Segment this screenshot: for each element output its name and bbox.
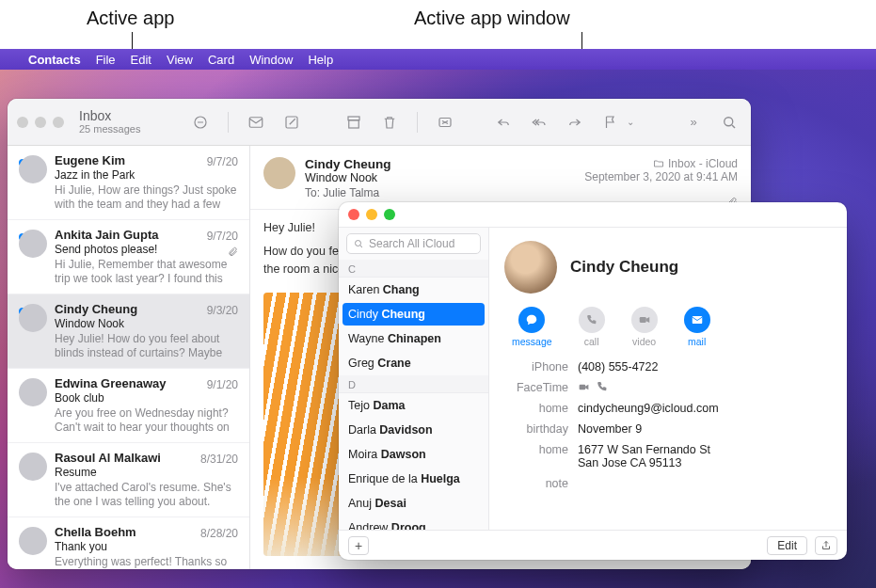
reply-icon[interactable] — [491, 111, 516, 134]
sender-avatar — [263, 157, 295, 189]
to-label: To: — [305, 186, 320, 199]
trash-icon[interactable] — [377, 111, 402, 134]
video-icon — [631, 307, 658, 333]
svg-rect-9 — [692, 316, 702, 324]
phone-icon — [579, 307, 605, 333]
menubar-app-name[interactable]: Contacts — [28, 53, 81, 67]
field-label: note — [504, 477, 568, 490]
message-subject: Jazz in the Park — [55, 168, 238, 182]
contacts-titlebar[interactable] — [339, 202, 847, 227]
junk-icon[interactable] — [433, 111, 457, 134]
contact-list-item[interactable]: Andrew Droog — [339, 516, 488, 530]
message-subject: Window Nook — [55, 317, 238, 330]
compose-icon[interactable] — [279, 111, 304, 134]
message-subject: Resume — [55, 466, 238, 479]
action-call[interactable]: call — [579, 307, 605, 347]
message-preview: Hi Julie, How are things? Just spoke wit… — [55, 183, 238, 212]
contact-list-item[interactable]: Wayne Chinapen — [339, 326, 488, 351]
contact-list-item[interactable]: Tejo Dama — [339, 393, 488, 418]
message-subject: Book club — [55, 391, 238, 405]
action-message[interactable]: message — [512, 307, 552, 347]
message-date: 9/7/20 — [207, 230, 238, 243]
minimize-button[interactable] — [366, 209, 377, 220]
search-input[interactable]: Search All iCloud — [346, 233, 481, 254]
message-preview: Hey Julie! How do you feel about blinds … — [55, 332, 238, 360]
facetime-icons[interactable] — [578, 381, 608, 394]
sender-avatar — [19, 527, 47, 555]
contact-field-row: FaceTime — [504, 377, 832, 398]
contact-list-item[interactable]: Darla Davidson — [339, 418, 488, 442]
add-contact-button[interactable]: + — [348, 536, 369, 555]
zoom-button[interactable] — [53, 117, 64, 128]
contact-field-row: note — [504, 473, 832, 494]
contact-list-item[interactable]: Karen Chang — [339, 278, 488, 302]
menu-help[interactable]: Help — [308, 53, 333, 67]
filter-icon[interactable] — [188, 111, 213, 134]
contact-list-item[interactable]: Anuj Desai — [339, 491, 488, 516]
mail-subtitle: 25 messages — [79, 123, 140, 135]
message-list[interactable]: Eugene Kim9/7/20Jazz in the ParkHi Julie… — [8, 146, 250, 569]
mail-title: Inbox — [79, 109, 140, 123]
callout-active-app: Active app — [87, 8, 174, 29]
menu-file[interactable]: File — [96, 53, 116, 67]
contact-list-item[interactable]: Enrique de la Huelga — [339, 467, 488, 491]
sender-avatar — [19, 304, 47, 332]
field-label: iPhone — [504, 360, 568, 373]
zoom-button[interactable] — [384, 209, 395, 220]
group-header: D — [339, 375, 488, 393]
message-list-item[interactable]: Cindy Cheung9/3/20Window NookHey Julie! … — [8, 294, 249, 369]
archive-icon[interactable] — [342, 111, 366, 134]
message-list-item[interactable]: Ankita Jain Gupta9/7/20Send photos pleas… — [8, 220, 249, 294]
contact-list-item[interactable]: Cindy Cheung — [342, 303, 485, 326]
message-list-item[interactable]: Eugene Kim9/7/20Jazz in the ParkHi Julie… — [8, 146, 249, 220]
action-video[interactable]: video — [631, 307, 658, 347]
message-subject: Send photos please! — [55, 243, 238, 256]
to-value: Julie Talma — [323, 186, 379, 199]
svg-point-6 — [725, 117, 733, 125]
contacts-list-pane: Search All iCloud CKaren ChangCindy Cheu… — [339, 228, 489, 530]
sender-avatar — [19, 155, 47, 183]
menu-window[interactable]: Window — [249, 53, 293, 67]
sender-avatar — [19, 378, 47, 406]
contact-name: Cindy Cheung — [570, 258, 678, 277]
search-placeholder: Search All iCloud — [369, 237, 454, 250]
menu-edit[interactable]: Edit — [131, 53, 151, 67]
svg-rect-4 — [348, 119, 358, 127]
contact-field-row: home1677 W San Fernando StSan Jose CA 95… — [504, 439, 832, 473]
minimize-button[interactable] — [35, 117, 46, 128]
field-label: home — [504, 443, 568, 469]
forward-icon[interactable] — [563, 111, 587, 134]
field-value: cindycheung9@icloud.com — [578, 402, 832, 415]
callout-line — [132, 32, 133, 49]
share-button[interactable] — [815, 536, 837, 555]
message-list-item[interactable]: Chella Boehm8/28/20Thank youEverything w… — [8, 517, 249, 569]
svg-point-7 — [356, 241, 361, 246]
separator — [228, 112, 229, 133]
field-value: November 9 — [578, 422, 832, 436]
contact-list-item[interactable]: Moira Dawson — [339, 442, 488, 467]
chevron-down-icon[interactable]: ⌄ — [627, 117, 634, 127]
group-header: C — [339, 260, 488, 278]
close-button[interactable] — [348, 209, 359, 220]
close-button[interactable] — [17, 117, 28, 128]
share-icon — [820, 540, 832, 551]
separator — [417, 112, 418, 133]
reply-all-icon[interactable] — [527, 111, 551, 134]
message-preview: Are you free on Wednesday night? Can't w… — [55, 406, 238, 435]
action-mail[interactable]: mail — [684, 307, 710, 347]
search-icon[interactable] — [717, 111, 741, 134]
flag-icon[interactable] — [598, 111, 623, 134]
message-preview: Hi Julie, Remember that awesome trip we … — [55, 258, 238, 286]
message-list-item[interactable]: Edwina Greenaway9/1/20Book clubAre you f… — [8, 369, 249, 443]
contact-field-row: iPhone(408) 555-4722 — [504, 357, 832, 377]
menu-card[interactable]: Card — [208, 53, 234, 67]
new-message-icon[interactable] — [244, 111, 268, 134]
edit-button[interactable]: Edit — [767, 536, 807, 555]
field-value — [578, 477, 832, 490]
field-value: (408) 555-4722 — [578, 360, 832, 373]
message-list-item[interactable]: Rasoul Al Malkawi8/31/20ResumeI've attac… — [8, 443, 249, 517]
menu-view[interactable]: View — [167, 53, 193, 67]
callout-active-window: Active app window — [414, 8, 570, 29]
more-icon[interactable]: » — [681, 111, 706, 134]
contact-list-item[interactable]: Greg Crane — [339, 351, 488, 375]
